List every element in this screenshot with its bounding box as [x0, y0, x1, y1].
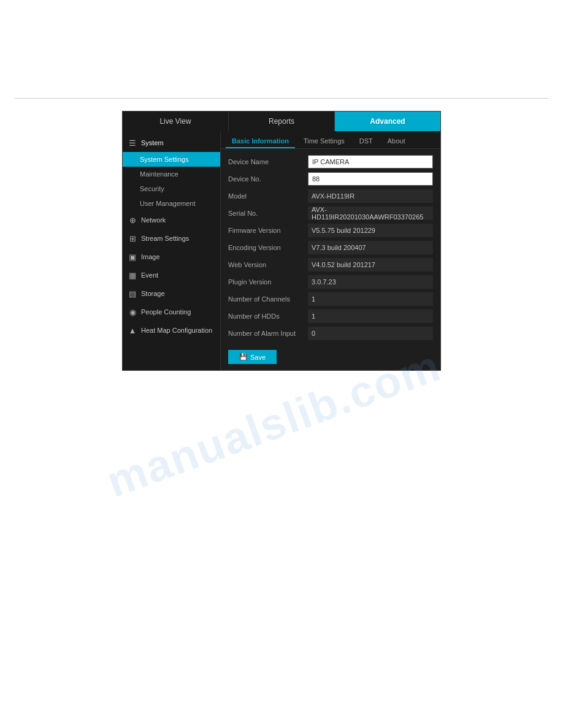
sidebar-item-maintenance[interactable]: Maintenance: [123, 167, 220, 181]
form-row-serial-no: Serial No. AVX-HD119IR20201030AAWRF03370…: [228, 207, 433, 220]
label-device-no: Device No.: [228, 175, 308, 183]
form-row-device-no: Device No.: [228, 172, 433, 186]
save-label: Save: [250, 354, 266, 361]
sidebar-stream-label: Stream Settings: [141, 235, 189, 242]
form-area: Device Name Device No. Model AVX-HD119IR: [221, 149, 440, 344]
right-panel: Basic Information Time Settings DST Abou…: [221, 131, 440, 370]
input-device-name[interactable]: [308, 155, 433, 169]
value-serial-no: AVX-HD119IR20201030AAWRF03370265: [308, 207, 433, 220]
network-icon: ⊕: [128, 215, 137, 225]
tab-advanced[interactable]: Advanced: [335, 112, 440, 131]
sidebar-item-event[interactable]: ▦ Event: [123, 266, 220, 284]
tab-dst[interactable]: DST: [353, 135, 379, 148]
main-content: ☰ System System Settings Maintenance Sec…: [123, 131, 440, 370]
divider: [15, 98, 548, 99]
form-row-num-hdds: Number of HDDs 1: [228, 309, 433, 323]
sidebar-maintenance-label: Maintenance: [140, 170, 178, 178]
tab-basic-information[interactable]: Basic Information: [226, 135, 295, 148]
sidebar-event-label: Event: [141, 271, 158, 279]
sidebar-item-storage[interactable]: ▤ Storage: [123, 284, 220, 303]
form-row-device-name: Device Name: [228, 155, 433, 169]
value-firmware-version: V5.5.75 build 201229: [308, 224, 433, 237]
form-row-num-channels: Number of Channels 1: [228, 292, 433, 306]
label-serial-no: Serial No.: [228, 210, 308, 217]
form-row-web-version: Web Version V4.0.52 build 201217: [228, 258, 433, 271]
label-firmware-version: Firmware Version: [228, 227, 308, 234]
label-web-version: Web Version: [228, 261, 308, 268]
value-plugin-version: 3.0.7.23: [308, 275, 433, 289]
value-num-alarm-input: 0: [308, 327, 433, 340]
sidebar-item-system[interactable]: ☰ System: [123, 134, 220, 152]
sidebar-storage-label: Storage: [141, 290, 165, 297]
form-row-encoding-version: Encoding Version V7.3 build 200407: [228, 241, 433, 254]
sidebar-user-management-label: User Management: [140, 200, 196, 207]
sidebar-system-settings-label: System Settings: [140, 156, 188, 163]
sidebar-item-stream-settings[interactable]: ⊞ Stream Settings: [123, 229, 220, 248]
value-num-hdds: 1: [308, 309, 433, 323]
value-model: AVX-HD119IR: [308, 189, 433, 203]
value-web-version: V4.0.52 build 201217: [308, 258, 433, 271]
sidebar-item-network[interactable]: ⊕ Network: [123, 211, 220, 229]
system-icon: ☰: [128, 138, 137, 148]
sidebar: ☰ System System Settings Maintenance Sec…: [123, 131, 221, 370]
sidebar-item-system-settings[interactable]: System Settings: [123, 152, 220, 167]
label-num-hdds: Number of HDDs: [228, 313, 308, 320]
tab-reports[interactable]: Reports: [229, 112, 335, 131]
save-area: 💾 Save: [221, 344, 440, 370]
storage-icon: ▤: [128, 289, 137, 298]
sidebar-item-security[interactable]: Security: [123, 181, 220, 196]
sidebar-item-user-management[interactable]: User Management: [123, 196, 220, 211]
tab-about[interactable]: About: [381, 135, 412, 148]
sidebar-item-people-counting[interactable]: ◉ People Counting: [123, 303, 220, 321]
app-container: Live View Reports Advanced ☰ System Syst…: [122, 111, 441, 371]
sidebar-item-system-label: System: [141, 139, 164, 146]
form-row-plugin-version: Plugin Version 3.0.7.23: [228, 275, 433, 289]
heat-map-icon: ▲: [128, 325, 137, 335]
form-row-num-alarm-input: Number of Alarm Input 0: [228, 327, 433, 340]
top-nav: Live View Reports Advanced: [123, 112, 440, 131]
save-icon: 💾: [239, 353, 248, 361]
sidebar-security-label: Security: [140, 185, 164, 192]
tab-time-settings[interactable]: Time Settings: [297, 135, 351, 148]
label-encoding-version: Encoding Version: [228, 244, 308, 251]
image-icon: ▣: [128, 252, 137, 262]
sidebar-item-image[interactable]: ▣ Image: [123, 248, 220, 266]
label-num-alarm-input: Number of Alarm Input: [228, 330, 308, 337]
sidebar-item-heat-map[interactable]: ▲ Heat Map Configuration: [123, 321, 220, 339]
label-plugin-version: Plugin Version: [228, 278, 308, 286]
form-row-firmware-version: Firmware Version V5.5.75 build 201229: [228, 224, 433, 237]
sidebar-image-label: Image: [141, 253, 160, 260]
input-device-no[interactable]: [308, 172, 433, 186]
sidebar-network-label: Network: [141, 216, 166, 224]
label-device-name: Device Name: [228, 158, 308, 165]
label-num-channels: Number of Channels: [228, 295, 308, 303]
value-num-channels: 1: [308, 292, 433, 306]
sidebar-people-counting-label: People Counting: [141, 308, 191, 316]
event-icon: ▦: [128, 270, 137, 280]
label-model: Model: [228, 192, 308, 200]
value-encoding-version: V7.3 build 200407: [308, 241, 433, 254]
tab-live-view[interactable]: Live View: [123, 112, 229, 131]
save-button[interactable]: 💾 Save: [228, 350, 277, 364]
sidebar-heat-map-label: Heat Map Configuration: [141, 327, 212, 334]
stream-icon: ⊞: [128, 233, 137, 243]
form-row-model: Model AVX-HD119IR: [228, 189, 433, 203]
sub-nav: Basic Information Time Settings DST Abou…: [221, 131, 440, 149]
people-counting-icon: ◉: [128, 307, 137, 317]
